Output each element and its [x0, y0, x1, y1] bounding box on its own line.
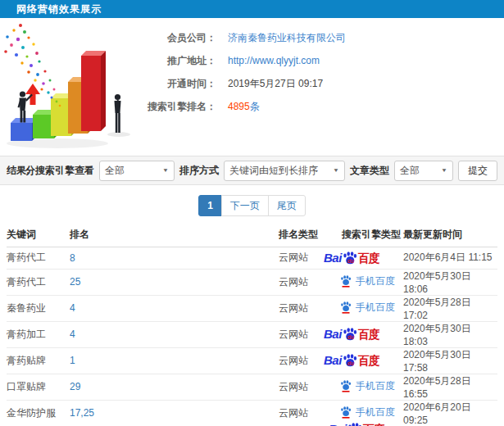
- baidu-logo-icon: Bai du 百度: [324, 252, 379, 264]
- sort-select[interactable]: 关键词由短到长排序 ▼: [224, 161, 345, 181]
- company-link[interactable]: 济南秦鲁药业科技有限公司: [228, 31, 346, 45]
- table-row: 金华防护服 17,25 云网站 Bai du 百度 手机百度: [7, 400, 497, 426]
- article-type-select[interactable]: 全部 ▼: [394, 161, 453, 181]
- table-row: 口罩贴牌 29 云网站 Bai du 百度 手机百度: [7, 374, 497, 400]
- info-row-company: 会员公司： 济南秦鲁药业科技有限公司: [138, 26, 498, 49]
- rank-link[interactable]: 8: [70, 252, 75, 264]
- submit-button[interactable]: 提交: [458, 161, 497, 181]
- update-time-text: 2020年5月28日 17:02: [403, 297, 471, 321]
- businessman-right: [115, 94, 121, 133]
- rank-type-text: 云网站: [279, 355, 308, 366]
- page-title: 网络营销效果展示: [16, 2, 102, 16]
- mobile-baidu-icon: 手机百度: [340, 406, 395, 419]
- marketing-report-page: 网络营销效果展示: [0, 0, 504, 426]
- info-row-url: 推广地址： http://www.qlyyjt.com: [138, 49, 498, 72]
- keyword-text: 口罩贴牌: [7, 381, 46, 392]
- summary-section: 会员公司： 济南秦鲁药业科技有限公司 推广地址： http://www.qlyy…: [0, 18, 504, 154]
- rank-link[interactable]: 4: [70, 302, 75, 314]
- chevron-down-icon: ▼: [156, 167, 169, 173]
- rank-link[interactable]: 4: [70, 329, 75, 340]
- filter-bar: 结果: 分搜索引擎查看 全部 ▼ 排序方式 关键词由短到长排序 ▼ 文章类型 全…: [0, 156, 504, 185]
- title-bar: 网络营销效果展示: [0, 0, 504, 18]
- rank-link[interactable]: 17,25: [70, 407, 94, 419]
- baidu-logo-icon: Bai du 百度: [324, 328, 379, 340]
- table-row: 膏药加工 4 云网站 Bai du 百度 手机百度: [7, 321, 497, 347]
- rank-count-label: 搜索引擎排名：: [138, 100, 216, 114]
- keyword-text: 秦鲁药业: [7, 302, 46, 314]
- keyword-text: 膏药代工: [7, 252, 46, 263]
- chevron-down-icon: ▼: [326, 167, 339, 173]
- rank-count-value: 4895条: [228, 100, 260, 114]
- last-page-button[interactable]: 尾页: [268, 195, 306, 216]
- keyword-text: 膏药代工: [7, 276, 46, 288]
- promo-url-link[interactable]: http://www.qlyyjt.com: [228, 55, 320, 66]
- keyword-rank-table: 关键词 排名 排名类型 搜索引擎类型 最新更新时间 膏药代工 8 云网站 Bai…: [7, 223, 497, 426]
- update-time-text: 2020年5月30日 18:06: [403, 270, 471, 295]
- open-time-value: 2019年5月27日 09:17: [228, 77, 323, 91]
- partial-next-row: Bai du 百度: [329, 423, 384, 426]
- chevron-down-icon: ▼: [434, 167, 447, 173]
- open-time-label: 开通时间：: [138, 77, 216, 91]
- businessman-left: [18, 91, 33, 122]
- keyword-text: 金华防护服: [7, 407, 56, 419]
- info-row-opened: 开通时间： 2019年5月27日 09:17: [138, 72, 498, 95]
- svg-text:du: du: [347, 334, 354, 340]
- update-time-text: 2020年6月20日 09:25: [403, 401, 471, 426]
- col-update-time: 最新更新时间: [403, 223, 497, 247]
- col-engine-type: 搜索引擎类型: [322, 223, 403, 247]
- update-time-text: 2020年5月28日 16:55: [403, 375, 471, 400]
- engine-filter-select[interactable]: 全部 ▼: [99, 161, 175, 181]
- svg-text:du: du: [347, 360, 354, 366]
- rank-link[interactable]: 1: [70, 355, 75, 366]
- table-row: 膏药代工 25 云网站 Bai du 百度 手机百度: [7, 269, 497, 295]
- rank-type-text: 云网站: [279, 381, 308, 392]
- result-label: 结果:: [7, 164, 30, 178]
- company-label: 会员公司：: [138, 31, 216, 45]
- page-1-button[interactable]: 1: [198, 195, 222, 216]
- growth-chart-illustration: [0, 20, 148, 152]
- rank-type-text: 云网站: [279, 302, 308, 314]
- rank-type-text: 云网站: [279, 276, 308, 288]
- rank-link[interactable]: 29: [70, 381, 80, 392]
- mobile-baidu-icon: 手机百度: [340, 274, 395, 288]
- col-rank: 排名: [70, 223, 279, 247]
- svg-text:du: du: [347, 257, 354, 263]
- rank-type-text: 云网站: [279, 252, 308, 263]
- col-keyword: 关键词: [7, 223, 70, 247]
- sort-label: 排序方式: [179, 164, 219, 178]
- update-time-text: 2020年5月30日 17:58: [403, 349, 471, 374]
- update-time-text: 2020年5月30日 18:03: [403, 323, 471, 347]
- pagination: 1 下一页 尾页: [0, 195, 504, 216]
- col-rank-type: 排名类型: [279, 223, 322, 247]
- keyword-text: 膏药贴牌: [7, 355, 46, 366]
- baidu-logo-icon: Bai du 百度: [324, 354, 379, 366]
- table-row: 膏药代工 8 云网站 Bai du 百度 手机百度: [7, 247, 497, 269]
- update-time-text: 2020年6月4日 11:15: [403, 252, 493, 263]
- rank-type-text: 云网站: [279, 329, 308, 340]
- mobile-baidu-icon: 手机百度: [340, 301, 395, 315]
- table-row: 膏药贴牌 1 云网站 Bai du 百度 手机百度: [7, 347, 497, 374]
- baidu-logo-icon: Bai du 百度: [329, 423, 384, 426]
- next-page-button[interactable]: 下一页: [221, 195, 269, 216]
- rank-type-text: 云网站: [279, 407, 308, 419]
- member-info: 会员公司： 济南秦鲁药业科技有限公司 推广地址： http://www.qlyy…: [138, 26, 498, 118]
- rank-link[interactable]: 25: [70, 276, 80, 288]
- table-header-row: 关键词 排名 排名类型 搜索引擎类型 最新更新时间: [7, 223, 497, 247]
- info-row-rankcount: 搜索引擎排名： 4895条: [138, 95, 498, 118]
- promo-url-label: 推广地址：: [138, 54, 216, 68]
- article-type-label: 文章类型: [350, 164, 389, 178]
- keyword-text: 膏药加工: [7, 329, 46, 340]
- table-row: 秦鲁药业 4 云网站 Bai du 百度 手机百度: [7, 295, 497, 321]
- engine-filter-label: 分搜索引擎查看: [25, 164, 94, 178]
- mobile-baidu-icon: 手机百度: [340, 379, 395, 393]
